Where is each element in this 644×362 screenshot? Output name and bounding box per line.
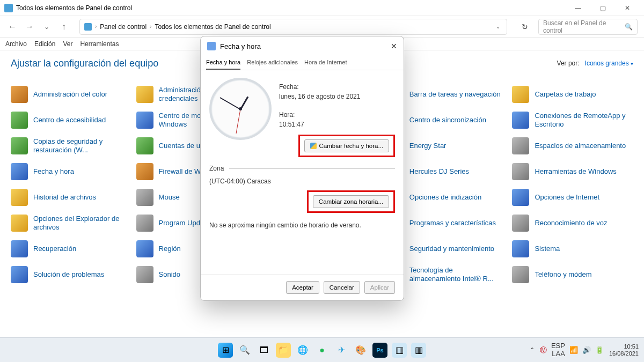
mcafee-icon[interactable]: Ⓜ — [540, 345, 547, 355]
spotify-icon[interactable]: ● — [314, 343, 330, 358]
control-panel-item[interactable]: Teléfono y módem — [512, 262, 633, 287]
search-placeholder: Buscar en el Panel de control — [543, 19, 625, 34]
control-panel-item[interactable]: Opciones de indización — [387, 184, 508, 210]
control-panel-item[interactable]: Carpetas de trabajo — [512, 82, 633, 107]
minimize-button[interactable]: — — [566, 0, 590, 16]
search-icon[interactable]: 🔍 — [237, 343, 252, 358]
control-panel-item[interactable]: Administración del color — [11, 82, 132, 107]
item-icon — [136, 137, 153, 154]
apply-button[interactable]: Aplicar — [364, 281, 395, 294]
recent-locations[interactable]: ⌄ — [41, 23, 53, 31]
language-indicator[interactable]: ESPLAA — [551, 342, 565, 358]
menu-view[interactable]: Ver — [63, 40, 72, 48]
ok-button[interactable]: Aceptar — [286, 281, 319, 294]
chevron-down-icon[interactable]: ⌄ — [496, 24, 500, 29]
maximize-button[interactable]: ▢ — [590, 0, 615, 16]
dialog-title: Fecha y hora — [220, 42, 261, 50]
close-button[interactable]: ✕ — [615, 0, 640, 16]
change-date-time-button[interactable]: Cambiar fecha y hora... — [304, 139, 389, 152]
change-timezone-button[interactable]: Cambiar zona horaria... — [313, 195, 389, 208]
item-label: Barra de tareas y navegación — [409, 90, 501, 99]
forward-button[interactable]: → — [24, 22, 35, 32]
battery-icon[interactable]: 🔋 — [595, 346, 604, 354]
volume-icon[interactable]: 🔊 — [582, 346, 591, 354]
highlight-change-timezone: Cambiar zona horaria... — [307, 190, 395, 213]
control-panel-item[interactable]: Opciones de Internet — [512, 184, 633, 210]
item-icon — [512, 86, 529, 103]
control-panel-item[interactable]: Fecha y hora — [11, 159, 132, 184]
control-panel-item[interactable]: Centro de accesibilidad — [11, 107, 132, 133]
nav-bar: ← → ⌄ ↑ › Panel de control › Todos los e… — [0, 16, 644, 38]
control-panel-item[interactable]: Tecnología de almacenamiento Intel® R... — [387, 262, 508, 287]
up-button[interactable]: ↑ — [58, 22, 70, 32]
back-button[interactable]: ← — [6, 22, 18, 32]
dialog-close-button[interactable]: ✕ — [391, 42, 397, 50]
paint-icon[interactable]: 🎨 — [353, 343, 368, 358]
breadcrumb-item[interactable]: Panel de control — [100, 23, 147, 31]
wifi-icon[interactable]: 📶 — [569, 346, 578, 354]
breadcrumb-item[interactable]: Todos los elementos de Panel de control — [155, 23, 270, 31]
control-panel-item[interactable]: Conexiones de RemoteApp y Escritorio — [512, 107, 633, 133]
item-label: Tecnología de almacenamiento Intel® R... — [409, 266, 505, 283]
cancel-button[interactable]: Cancelar — [324, 281, 360, 294]
task-view-icon[interactable]: 🗖 — [257, 343, 272, 358]
taskbar-app-icon[interactable]: ▥ — [392, 343, 407, 358]
control-panel-item[interactable]: Solución de problemas — [11, 262, 132, 287]
control-panel-item[interactable]: Hercules DJ Series — [387, 159, 508, 184]
control-panel-item[interactable]: Sistema — [512, 236, 633, 262]
item-label: Copias de seguridad y restauración (W... — [33, 137, 129, 154]
breadcrumb[interactable]: › Panel de control › Todos los elementos… — [79, 19, 507, 35]
start-button[interactable]: ⊞ — [218, 343, 233, 358]
item-icon — [136, 163, 153, 180]
menu-tools[interactable]: Herramientas — [80, 40, 119, 48]
control-panel-item[interactable]: Historial de archivos — [11, 184, 132, 210]
control-panel-item[interactable]: Centro de sincronización — [387, 107, 508, 133]
control-panel-item[interactable]: Energy Star — [387, 133, 508, 159]
taskbar-app-icon[interactable]: ▥ — [411, 343, 426, 358]
chrome-icon[interactable]: 🌐 — [295, 343, 310, 358]
control-panel-item[interactable]: Seguridad y mantenimiento — [387, 236, 508, 262]
clock-taskbar[interactable]: 10:5116/08/2021 — [609, 343, 639, 357]
control-panel-item[interactable]: Programas y características — [387, 210, 508, 236]
item-icon — [512, 112, 529, 129]
tab-date-time[interactable]: Fecha y hora — [206, 56, 240, 70]
item-label: Sonido — [159, 270, 180, 279]
view-by-dropdown[interactable]: Iconos grandes ▾ — [585, 60, 633, 67]
control-panel-item[interactable]: Copias de seguridad y restauración (W... — [11, 133, 132, 159]
taskbar: ⊞ 🔍 🗖 📁 🌐 ● ✈ 🎨 Ps ▥ ▥ ⌃ Ⓜ ESPLAA 📶 🔊 🔋 … — [0, 337, 644, 362]
tab-internet-time[interactable]: Hora de Internet — [304, 56, 347, 70]
chevron-right-icon: › — [150, 24, 151, 29]
tab-additional-clocks[interactable]: Relojes adicionales — [247, 56, 298, 70]
item-icon — [512, 215, 529, 232]
item-label: Solución de problemas — [33, 270, 104, 279]
item-icon — [11, 112, 28, 129]
control-panel-item[interactable]: Barra de tareas y navegación — [387, 82, 508, 107]
control-panel-item[interactable]: Opciones del Explorador de archivos — [11, 210, 132, 236]
control-panel-item[interactable]: Herramientas de Windows — [512, 159, 633, 184]
item-label: Carpetas de trabajo — [535, 90, 596, 99]
explorer-icon[interactable]: 📁 — [276, 343, 291, 358]
date-time-dialog: Fecha y hora ✕ Fecha y hora Relojes adic… — [200, 36, 404, 301]
item-label: Centro de sincronización — [409, 116, 486, 124]
control-panel-item[interactable]: Espacios de almacenamiento — [512, 133, 633, 159]
divider — [229, 168, 395, 169]
photoshop-icon[interactable]: Ps — [372, 343, 387, 358]
menu-edit[interactable]: Edición — [34, 40, 55, 48]
chevron-down-icon: ▾ — [631, 61, 633, 67]
app-icon — [4, 4, 13, 12]
item-label: Recuperación — [33, 245, 76, 253]
telegram-icon[interactable]: ✈ — [334, 343, 349, 358]
search-input[interactable]: Buscar en el Panel de control 🔍 — [538, 19, 638, 35]
control-panel-item[interactable]: Reconocimiento de voz — [512, 210, 633, 236]
refresh-button[interactable]: ↻ — [517, 23, 533, 31]
menu-file[interactable]: Archivo — [5, 40, 27, 48]
dialog-tabs: Fecha y hora Relojes adicionales Hora de… — [201, 56, 404, 70]
dialog-footer: Aceptar Cancelar Aplicar — [201, 274, 404, 300]
shield-icon — [310, 143, 317, 149]
view-by-label: Ver por: — [557, 60, 580, 67]
control-panel-item[interactable]: Recuperación — [11, 236, 132, 262]
window-titlebar: Todos los elementos de Panel de control … — [0, 0, 644, 16]
item-icon — [512, 137, 529, 154]
timezone-value: (UTC-04:00) Caracas — [209, 178, 395, 185]
tray-expand-icon[interactable]: ⌃ — [530, 346, 535, 353]
